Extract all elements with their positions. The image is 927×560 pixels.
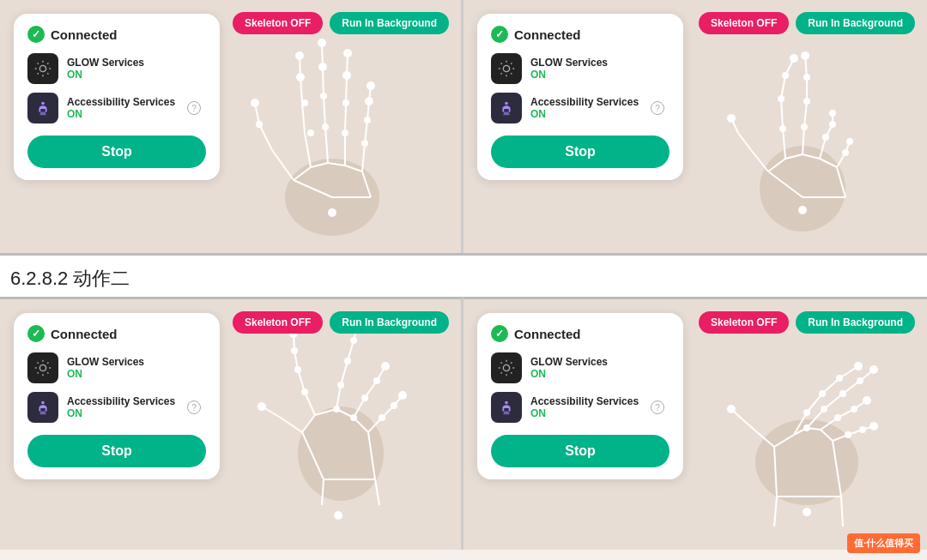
svg-point-88 — [798, 206, 807, 214]
skeleton-off-btn-bl[interactable]: Skeleton OFF — [233, 311, 323, 334]
stop-btn-br[interactable]: Stop — [491, 435, 670, 467]
svg-point-117 — [258, 402, 266, 411]
svg-point-48 — [503, 65, 509, 71]
svg-point-76 — [782, 72, 789, 79]
panel-bottom-right-buttons: Skeleton OFF Run In Background — [699, 311, 915, 334]
svg-line-95 — [298, 370, 305, 392]
svg-point-178 — [821, 406, 827, 412]
check-icon-bl — [27, 325, 45, 342]
svg-line-98 — [336, 385, 341, 409]
help-icon-tr: ? — [651, 101, 664, 115]
svg-line-4 — [259, 124, 272, 150]
help-icon-br: ? — [651, 400, 664, 414]
svg-point-127 — [344, 358, 351, 364]
run-bg-btn-tr[interactable]: Run In Background — [796, 12, 915, 34]
svg-point-44 — [322, 123, 329, 130]
section-label: 6.2.8.2 动作二 — [10, 268, 130, 289]
glow-service-row-tr: GLOW Services ON — [491, 53, 670, 84]
check-icon-tr — [491, 26, 508, 43]
svg-line-56 — [804, 101, 807, 127]
accessibility-status-tl: ON — [67, 108, 175, 120]
stop-btn-tr[interactable]: Stop — [491, 135, 670, 168]
glow-service-info-tr: GLOW Services ON — [530, 57, 608, 81]
check-icon-br — [491, 325, 508, 342]
run-bg-btn-tl[interactable]: Run In Background — [330, 12, 449, 34]
panel-bottom-right: Skeleton OFF Run In Background Connected — [464, 297, 927, 550]
glow-service-row-tl: GLOW Services ON — [27, 53, 206, 84]
svg-point-46 — [361, 140, 368, 147]
svg-line-12 — [323, 67, 324, 96]
connected-row-br: Connected — [491, 325, 670, 342]
run-bg-btn-bl[interactable]: Run In Background — [330, 311, 449, 334]
check-icon-tl — [27, 26, 45, 43]
svg-point-30 — [296, 73, 305, 81]
stop-btn-tl[interactable]: Stop — [27, 135, 206, 168]
svg-point-37 — [367, 81, 375, 90]
svg-point-126 — [294, 366, 301, 373]
svg-line-3 — [272, 150, 294, 180]
accessibility-row-bl: Accessibility Services ON ? — [27, 392, 206, 423]
accessibility-icon-bl — [27, 392, 58, 423]
svg-point-80 — [727, 114, 736, 123]
skeleton-off-btn-br[interactable]: Skeleton OFF — [699, 311, 789, 334]
svg-point-77 — [803, 74, 810, 81]
svg-point-82 — [803, 98, 810, 105]
stop-btn-bl[interactable]: Stop — [27, 435, 206, 467]
run-bg-btn-br[interactable]: Run In Background — [796, 311, 915, 334]
svg-point-130 — [301, 388, 308, 395]
glow-name-tl: GLOW Services — [67, 57, 144, 69]
glow-icon-br — [491, 352, 522, 383]
glow-status-bl: ON — [67, 368, 144, 380]
svg-point-164 — [727, 405, 736, 413]
svg-line-153 — [742, 419, 757, 432]
svg-line-53 — [781, 75, 785, 99]
connected-text-tr: Connected — [514, 27, 581, 42]
glow-service-row-br: GLOW Services ON — [491, 352, 670, 383]
svg-point-85 — [801, 123, 808, 130]
svg-point-40 — [320, 93, 327, 99]
svg-point-179 — [803, 425, 810, 431]
svg-line-140 — [822, 378, 839, 394]
svg-point-124 — [373, 377, 380, 384]
svg-line-10 — [325, 127, 328, 163]
svg-point-174 — [839, 390, 846, 397]
svg-point-180 — [803, 508, 811, 516]
skeleton-off-btn-tl[interactable]: Skeleton OFF — [233, 12, 323, 34]
connected-text-tl: Connected — [51, 27, 118, 42]
accessibility-icon-tl — [27, 93, 58, 123]
svg-point-43 — [307, 129, 314, 136]
accessibility-info-tr: Accessibility Services ON — [530, 96, 639, 120]
svg-line-11 — [324, 96, 325, 127]
svg-point-42 — [364, 117, 371, 123]
svg-point-83 — [829, 121, 836, 128]
connected-text-br: Connected — [514, 327, 581, 341]
accessibility-status-tr: ON — [530, 108, 639, 120]
connected-row-bl: Connected — [27, 325, 206, 342]
svg-point-177 — [803, 409, 810, 416]
svg-point-86 — [822, 134, 829, 141]
glow-service-row-bl: GLOW Services ON — [27, 352, 206, 383]
section-divider: 6.2.8.2 动作二 — [0, 256, 927, 297]
svg-point-38 — [256, 121, 263, 128]
top-row: Skeleton OFF Run In Background Connected — [0, 0, 927, 256]
svg-point-81 — [778, 95, 785, 102]
svg-point-133 — [333, 406, 340, 412]
ui-card-tl: Connected GLOW Services ON — [14, 14, 220, 180]
skeleton-off-btn-tr[interactable]: Skeleton OFF — [699, 12, 789, 34]
svg-line-92 — [281, 418, 302, 432]
svg-point-45 — [342, 129, 348, 136]
main-container: Skeleton OFF Run In Background Connected — [0, 0, 927, 560]
svg-point-132 — [350, 414, 357, 421]
svg-point-176 — [845, 431, 851, 438]
accessibility-row-br: Accessibility Services ON ? — [491, 392, 670, 423]
svg-point-137 — [755, 419, 858, 505]
svg-point-36 — [343, 49, 352, 57]
panel-bottom-left-buttons: Skeleton OFF Run In Background — [233, 311, 449, 334]
svg-point-125 — [391, 402, 397, 409]
accessibility-row-tr: Accessibility Services ON ? — [491, 93, 670, 123]
svg-point-120 — [381, 362, 390, 370]
glow-name-br: GLOW Services — [530, 356, 608, 368]
ui-card-tr: Connected GLOW Services ON — [477, 14, 683, 180]
svg-point-134 — [334, 511, 342, 520]
ui-card-bl: Connected GLOW Services ON — [14, 313, 220, 479]
